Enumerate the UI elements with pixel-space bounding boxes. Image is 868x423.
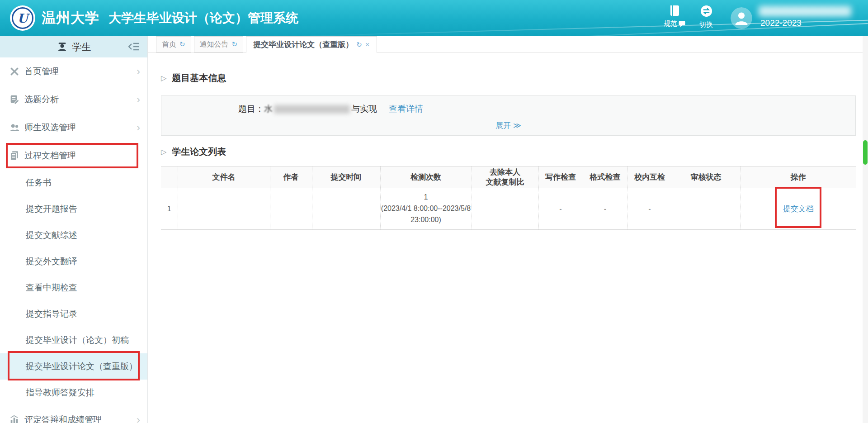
switch-label: 切换 (699, 20, 713, 29)
sidebar-item-defense-grades[interactable]: 评定答辩和成绩管理 › (0, 406, 147, 423)
cell-detect-count: 1 (2023/4/1 8:00:00--2023/5/8 23:00:00) (380, 188, 472, 230)
sidebar-role-label: 学生 (72, 41, 91, 53)
collapse-icon (128, 42, 140, 51)
scrollbar-thumb[interactable] (863, 140, 868, 165)
sidebar-item-mutual-selection[interactable]: 师生双选管理 › (0, 114, 147, 142)
university-logo: U (10, 5, 35, 31)
topic-fragment: 水 (264, 103, 273, 115)
refresh-icon[interactable]: ↻ (179, 40, 185, 48)
standards-button[interactable]: 规范 (661, 5, 688, 28)
sidebar-item-label: 师生双选管理 (24, 122, 76, 133)
sidebar-item-qa-schedule[interactable]: 指导教师答疑安排 (0, 380, 147, 406)
expand-row: 展开 ≫ (161, 120, 855, 131)
cell-index: 1 (161, 188, 178, 230)
view-details-link[interactable]: 查看详情 (389, 103, 423, 115)
col-dedup-ratio: 去除本人 文献复制比 (472, 166, 538, 188)
cell-filename (178, 188, 270, 230)
sidebar: 学生 首页管理 › 选题分析 › (0, 36, 148, 423)
sidebar-item-literature-review[interactable]: 提交文献综述 (0, 222, 147, 248)
sidebar-item-label: 提交外文翻译 (26, 256, 77, 267)
topic-label: 题目： (238, 103, 264, 115)
system-title: 大学生毕业设计（论文）管理系统 (108, 10, 298, 27)
academic-year: 2022-2023 (760, 18, 802, 28)
cell-action: 提交文档 (740, 188, 856, 230)
col-action: 操作 (740, 166, 856, 188)
table-row: 1 1 (2023/4/1 8:00:00--2023/5/8 23:00:00… (161, 188, 856, 230)
sidebar-collapse-button[interactable] (128, 42, 140, 51)
submit-document-link[interactable]: 提交文档 (783, 204, 814, 213)
sidebar-item-label: 提交文献综述 (26, 229, 77, 241)
sidebar-item-label: 提交毕业设计论文（查重版） (26, 361, 137, 372)
chevron-right-icon: › (137, 94, 140, 105)
sidebar-item-label: 评定答辩和成绩管理 (24, 414, 102, 423)
people-icon (9, 122, 20, 133)
close-icon[interactable]: × (365, 40, 370, 49)
chevron-right-icon: › (137, 414, 140, 423)
chevron-right-icon: › (137, 122, 140, 133)
sidebar-item-process-documents[interactable]: 过程文档管理 (0, 142, 147, 170)
tab-label: 提交毕业设计论文（查重版） (253, 39, 353, 50)
documents-icon (9, 150, 20, 161)
topic-title-redacted (274, 105, 350, 114)
cell-internal-check: - (627, 188, 672, 230)
list-section-header: ▷ 学生论文列表 (161, 145, 856, 158)
user-name-redacted (759, 6, 851, 17)
sidebar-item-thesis-draft[interactable]: 提交毕业设计（论文）初稿 (0, 327, 147, 353)
cell-format-check: - (583, 188, 627, 230)
col-author: 作者 (270, 166, 312, 188)
col-index (161, 166, 178, 188)
tab-home[interactable]: 首页 ↻ (156, 36, 191, 52)
switch-icon (700, 5, 712, 17)
collapse-triangle-icon[interactable]: ▷ (161, 74, 166, 82)
tab-thesis-plagiarism-version[interactable]: 提交毕业设计论文（查重版） ↻ × (246, 36, 377, 53)
section-title: 学生论文列表 (172, 146, 226, 158)
doc-edit-icon (9, 94, 20, 105)
sidebar-item-midterm-check[interactable]: 查看中期检查 (0, 275, 147, 301)
table-header-row: 文件名 作者 提交时间 检测次数 去除本人 文献复制比 写作检查 格式检查 校内… (161, 166, 856, 188)
section-title: 题目基本信息 (172, 72, 226, 84)
col-writing-check: 写作检查 (538, 166, 583, 188)
chevron-right-icon: › (137, 66, 140, 77)
chart-icon (9, 414, 20, 423)
cell-review-status (672, 188, 740, 230)
sidebar-item-task-book[interactable]: 任务书 (0, 170, 147, 196)
refresh-icon[interactable]: ↻ (356, 41, 362, 49)
refresh-icon[interactable]: ↻ (232, 40, 238, 48)
sidebar-item-label: 任务书 (26, 177, 52, 189)
sidebar-item-foreign-translation[interactable]: 提交外文翻译 (0, 248, 147, 275)
tab-label: 首页 (162, 40, 176, 49)
main-panel: ▷ 题目基本信息 题目： 水 与实现 查看详情 展开 ≫ ▷ 学生论文列表 (148, 71, 868, 230)
col-internal-check: 校内互检 (627, 166, 672, 188)
header-titles: 温州大学 大学生毕业设计（论文）管理系统 (42, 0, 298, 36)
sidebar-item-label: 提交开题报告 (26, 203, 77, 215)
sidebar-item-opening-report[interactable]: 提交开题报告 (0, 196, 147, 222)
topic-info-panel: 题目： 水 与实现 查看详情 展开 ≫ (161, 95, 856, 136)
collapse-triangle-icon[interactable]: ▷ (161, 147, 166, 156)
sidebar-item-label: 提交指导记录 (26, 308, 77, 320)
book-icon (669, 5, 681, 16)
switch-button[interactable]: 切换 (693, 5, 720, 29)
sidebar-item-label: 提交毕业设计（论文）初稿 (26, 334, 129, 346)
app-header: U 温州大学 大学生毕业设计（论文）管理系统 规范 切换 2022-2023 (0, 0, 868, 36)
thesis-table: 文件名 作者 提交时间 检测次数 去除本人 文献复制比 写作检查 格式检查 校内… (161, 166, 856, 230)
col-detect-count: 检测次数 (380, 166, 472, 188)
sidebar-item-guidance-records[interactable]: 提交指导记录 (0, 301, 147, 327)
col-filename: 文件名 (178, 166, 270, 188)
cell-dedup-ratio (472, 188, 538, 230)
sidebar-item-label: 选题分析 (24, 94, 59, 105)
tools-icon (9, 66, 20, 77)
sidebar-item-homepage-management[interactable]: 首页管理 › (0, 57, 147, 86)
tab-notices[interactable]: 通知公告 ↻ (194, 36, 244, 52)
sidebar-item-thesis-plagiarism-version[interactable]: 提交毕业设计论文（查重版） (0, 353, 147, 380)
university-name: 温州大学 (42, 9, 99, 28)
tab-label: 通知公告 (200, 40, 229, 49)
sidebar-item-label: 查看中期检查 (26, 282, 77, 294)
expand-link[interactable]: 展开 ≫ (495, 121, 521, 130)
user-avatar[interactable] (731, 7, 752, 29)
tab-bar: 首页 ↻ 通知公告 ↻ 提交毕业设计论文（查重版） ↻ × (148, 36, 868, 53)
topic-line: 题目： 水 与实现 查看详情 (238, 103, 855, 115)
sidebar-item-topic-analysis[interactable]: 选题分析 › (0, 86, 147, 114)
cell-writing-check: - (538, 188, 583, 230)
sidebar-role-header: 学生 (0, 36, 147, 57)
scrollbar-track[interactable] (863, 36, 868, 423)
